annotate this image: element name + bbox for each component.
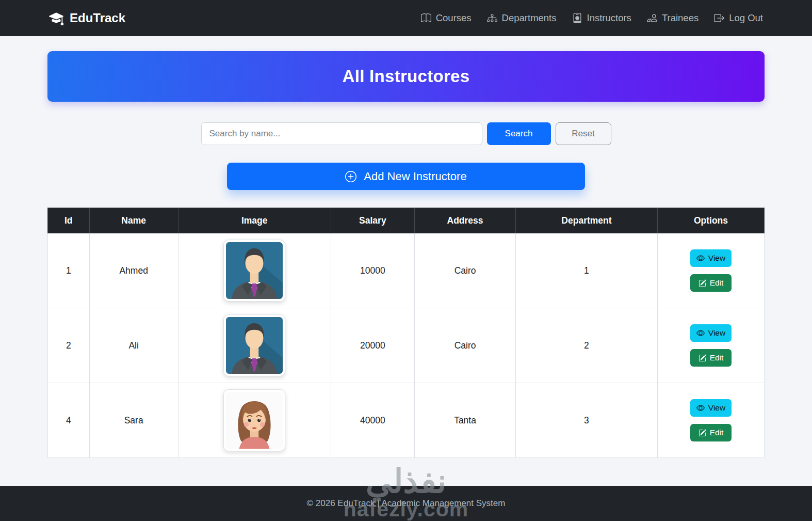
pencil-square-icon bbox=[699, 354, 706, 362]
search-input[interactable] bbox=[201, 122, 482, 145]
header-options: Options bbox=[657, 208, 764, 233]
header-address: Address bbox=[415, 208, 516, 233]
eye-icon bbox=[696, 404, 705, 412]
page-title-banner: All Instructores bbox=[47, 51, 765, 102]
header-department: Department bbox=[515, 208, 657, 233]
view-label: View bbox=[708, 254, 725, 263]
cell-id: 2 bbox=[48, 308, 90, 383]
reset-button[interactable]: Reset bbox=[556, 122, 611, 145]
instructors-table: Id Name Image Salary Address Department … bbox=[47, 208, 765, 458]
search-button[interactable]: Search bbox=[487, 122, 551, 145]
cell-address: Tanta bbox=[415, 383, 516, 458]
cell-image bbox=[178, 383, 331, 458]
nav-item-departments[interactable]: Departments bbox=[487, 12, 557, 24]
instructors-table-wrap: Id Name Image Salary Address Department … bbox=[47, 208, 765, 458]
pencil-square-icon bbox=[699, 429, 706, 437]
page-title: All Instructores bbox=[343, 67, 470, 86]
nav-links: Courses Departments Instructors Trainees… bbox=[421, 12, 763, 24]
cell-image bbox=[178, 233, 331, 308]
plus-circle-icon bbox=[345, 171, 356, 182]
edit-label: Edit bbox=[710, 353, 724, 362]
logout-icon bbox=[714, 13, 724, 23]
edit-button[interactable]: Edit bbox=[690, 349, 732, 367]
instructor-avatar-female bbox=[223, 389, 285, 451]
view-button[interactable]: View bbox=[690, 249, 732, 267]
cell-image bbox=[178, 308, 331, 383]
nav-label-departments: Departments bbox=[502, 12, 557, 24]
header-id: Id bbox=[48, 208, 90, 233]
view-label: View bbox=[708, 403, 725, 413]
add-instructor-button[interactable]: Add New Instructore bbox=[227, 163, 585, 190]
edit-button[interactable]: Edit bbox=[690, 424, 732, 441]
view-label: View bbox=[708, 328, 725, 338]
header-name: Name bbox=[89, 208, 178, 233]
cell-name: Ali bbox=[89, 308, 178, 383]
view-button[interactable]: View bbox=[690, 399, 732, 417]
cell-salary: 20000 bbox=[331, 308, 415, 383]
header-salary: Salary bbox=[331, 208, 415, 233]
cell-name: Sara bbox=[89, 383, 178, 458]
table-row: 4 Sara 40000 Tanta 3 View bbox=[48, 383, 765, 458]
cell-id: 1 bbox=[48, 233, 90, 308]
cell-options: View Edit bbox=[657, 233, 764, 308]
top-navbar: EduTrack Courses Departments Instructors… bbox=[0, 0, 812, 36]
cell-options: View Edit bbox=[657, 308, 764, 383]
pencil-square-icon bbox=[699, 279, 706, 287]
cell-salary: 10000 bbox=[331, 233, 415, 308]
cell-department: 1 bbox=[515, 233, 657, 308]
view-button[interactable]: View bbox=[690, 324, 732, 342]
table-row: 1 Ahmed 10000 Cairo 1 Vie bbox=[48, 233, 765, 308]
search-bar: Search Reset bbox=[47, 122, 765, 145]
nav-item-logout[interactable]: Log Out bbox=[714, 12, 763, 24]
add-row: Add New Instructore bbox=[47, 163, 765, 190]
eye-icon bbox=[696, 254, 705, 262]
eye-icon bbox=[696, 329, 705, 337]
main-content: All Instructores Search Reset Add New In… bbox=[47, 51, 765, 458]
graduation-cap-icon bbox=[49, 11, 63, 25]
edit-label: Edit bbox=[710, 278, 724, 288]
nav-label-logout: Log Out bbox=[729, 12, 763, 24]
cell-department: 3 bbox=[515, 383, 657, 458]
table-row: 2 Ali 20000 Cairo 2 View bbox=[48, 308, 765, 383]
instructor-avatar-male bbox=[223, 314, 285, 376]
people-icon bbox=[647, 13, 657, 23]
brand-name: EduTrack bbox=[70, 11, 125, 25]
nav-item-courses[interactable]: Courses bbox=[421, 12, 472, 24]
nav-label-trainees: Trainees bbox=[662, 12, 699, 24]
header-image: Image bbox=[178, 208, 331, 233]
cell-id: 4 bbox=[48, 383, 90, 458]
cell-salary: 40000 bbox=[331, 383, 415, 458]
nav-item-instructors[interactable]: Instructors bbox=[572, 12, 631, 24]
cell-address: Cairo bbox=[415, 308, 516, 383]
cell-address: Cairo bbox=[415, 233, 516, 308]
instructor-avatar-male bbox=[223, 240, 285, 302]
brand-logo[interactable]: EduTrack bbox=[49, 11, 125, 25]
edit-label: Edit bbox=[710, 428, 724, 437]
edit-button[interactable]: Edit bbox=[690, 274, 732, 292]
copyright-text: © 2026 EduTrack | Academic Management Sy… bbox=[307, 498, 506, 509]
org-chart-icon bbox=[487, 13, 497, 23]
add-instructor-label: Add New Instructore bbox=[364, 170, 466, 183]
cell-name: Ahmed bbox=[89, 233, 178, 308]
table-header-row: Id Name Image Salary Address Department … bbox=[48, 208, 765, 233]
person-badge-icon bbox=[572, 13, 582, 23]
nav-label-courses: Courses bbox=[436, 12, 472, 24]
cell-options: View Edit bbox=[657, 383, 764, 458]
footer: © 2026 EduTrack | Academic Management Sy… bbox=[0, 486, 812, 521]
nav-item-trainees[interactable]: Trainees bbox=[647, 12, 699, 24]
nav-label-instructors: Instructors bbox=[587, 12, 631, 24]
book-icon bbox=[421, 13, 431, 23]
cell-department: 2 bbox=[515, 308, 657, 383]
